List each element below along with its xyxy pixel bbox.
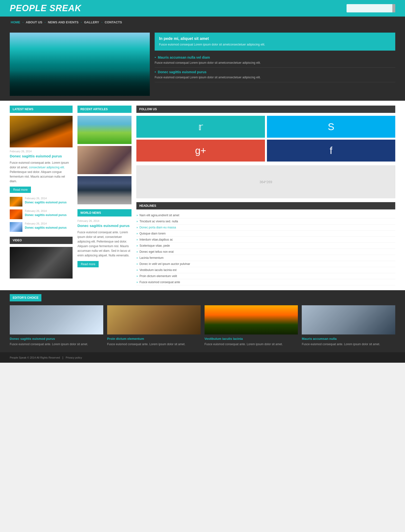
- headline-item-11: Proin dictum elementum velit: [136, 273, 395, 279]
- hero-image: [10, 33, 150, 96]
- header: PEOPLE SREAK 🔍: [0, 0, 405, 17]
- news-small-meta-1: February 26, 2014 Donec sagittis euismod…: [25, 197, 73, 207]
- editor-card-title-1: Donec sagittis euismod purus: [10, 337, 103, 341]
- editor-card-title-4: Mauris accumsan nulla: [302, 337, 395, 341]
- news-main-text: Fusce euismod consequat ante. Lorem ipsu…: [10, 161, 73, 184]
- news-small-meta-3: February 26, 2014 Donec sagittis euismod…: [25, 222, 73, 232]
- news-small-title-1: Donec sagittis euismod purus: [25, 201, 73, 205]
- news-main-title: Donec sagittis euismod purus: [10, 154, 73, 159]
- world-news-date: February 26, 2014: [77, 219, 132, 222]
- search-box: 🔍: [347, 4, 395, 12]
- editor-card-title-3: Vestibulum iaculis lacinia: [205, 337, 298, 341]
- nav-news[interactable]: NEWS AND EVENTS: [47, 20, 80, 24]
- read-more-button-1[interactable]: Read more: [10, 187, 31, 193]
- headline-item-1: Nam elit agna,endrerit sit amet: [136, 212, 395, 218]
- hero-item-1: Mauris accumsan nulla vel diam Fusce eui…: [155, 53, 395, 68]
- editor-card-text-2: Fusce euismod consequat ante. Lorem ipsu…: [107, 342, 201, 346]
- headline-item-3: Donec porta diam eu massa: [136, 225, 395, 231]
- news-small-meta-2: February 26, 2014 Donec sagittis euismod…: [25, 209, 73, 219]
- news-small-item-2: February 26, 2014 Donec sagittis euismod…: [10, 209, 73, 219]
- world-news-title: WORLD NEWS: [77, 209, 132, 216]
- hero-section: In pede mi, aliquet sit amet Fusce euism…: [0, 28, 405, 101]
- editor-card-3: Vestibulum iaculis lacinia Fusce euismod…: [205, 305, 298, 346]
- world-news-article-title: Donec sagittis euismod purus: [77, 223, 132, 228]
- news-main-date: February 26, 2014: [10, 150, 73, 153]
- editor-card-2: Proin dictum elementum Fusce euismod con…: [107, 305, 201, 346]
- hero-item-2-title: Donec sagittis euismod purus: [155, 70, 395, 74]
- article-img-1: [77, 116, 132, 144]
- news-small-list: February 26, 2014 Donec sagittis euismod…: [10, 197, 73, 232]
- follow-us-title: FOLLOW US: [136, 106, 395, 113]
- video-section: VIDEO: [10, 237, 73, 279]
- headline-item-8: Lacinia fermentum: [136, 255, 395, 261]
- editor-img-2: [107, 305, 201, 334]
- editor-card-text-4: Fusce euismod consequat ante. Lorem ipsu…: [302, 342, 395, 346]
- hero-item-1-title: Mauris accumsan nulla vel diam: [155, 55, 395, 59]
- headline-item-6: Scelerisque vitae, pede: [136, 243, 395, 249]
- editor-img-4: [302, 305, 395, 334]
- skype-button[interactable]: S: [267, 116, 396, 138]
- col-right: FOLLOW US 𝕣 S g+ f 364*269 HEADLINES Nam…: [136, 106, 395, 285]
- footer-copyright: People Speak © 2014 All Rights Reserved: [10, 356, 60, 359]
- twitter-button[interactable]: 𝕣: [136, 116, 265, 138]
- footer-separator: |: [62, 356, 63, 359]
- headline-item-4: Quisque diam lorem: [136, 231, 395, 237]
- search-input[interactable]: [347, 7, 392, 10]
- hero-highlight-text: Fusce euismod consequat Lorem ipsum dolo…: [159, 42, 391, 47]
- article-img-3: [77, 176, 132, 204]
- news-main-image: [10, 116, 73, 147]
- news-small-date-3: February 26, 2014: [25, 222, 73, 225]
- footer-privacy-link[interactable]: Privacy policy: [66, 356, 82, 359]
- editor-card-4: Mauris accumsan nulla Fusce euismod cons…: [302, 305, 395, 346]
- search-button[interactable]: 🔍: [392, 4, 395, 12]
- news-small-date-2: February 26, 2014: [25, 209, 73, 212]
- nav-home[interactable]: HOME: [10, 20, 21, 24]
- news-small-title-3: Donec sagittis euismod purus: [25, 226, 73, 230]
- editors-grid: Donec sagittis euismod purus Fusce euism…: [10, 305, 395, 346]
- editor-card-1: Donec sagittis euismod purus Fusce euism…: [10, 305, 103, 346]
- news-small-item-1: February 26, 2014 Donec sagittis euismod…: [10, 197, 73, 207]
- editors-choice-title: EDITOR'S CHOICE: [10, 294, 41, 301]
- nav-contacts[interactable]: CONTACTS: [104, 20, 123, 24]
- headline-item-10: Vestibulum iaculis lacinia est: [136, 267, 395, 273]
- editor-img-1: [10, 305, 103, 334]
- logo: PEOPLE SREAK: [10, 3, 81, 13]
- ad-banner: 364*269: [136, 165, 395, 198]
- nav-gallery[interactable]: GALLERY: [83, 20, 100, 24]
- nav-dot-2: •: [45, 21, 46, 23]
- nav-dot-3: •: [81, 21, 82, 23]
- read-more-button-2[interactable]: Read more: [77, 261, 99, 267]
- google-button[interactable]: g+: [136, 140, 265, 162]
- headline-item-9: Donec in velit vel ipsum auctor pulvinar: [136, 261, 395, 267]
- headline-item-12: Fusce euismod consequat ante: [136, 279, 395, 285]
- nav-dot-1: •: [23, 21, 23, 23]
- latest-news-title: LATEST NEWS: [10, 106, 73, 113]
- headlines-title: HEADLINES: [136, 202, 395, 209]
- news-small-date-1: February 26, 2014: [25, 197, 73, 200]
- hero-item-1-text: Fusce euismod consequat Lorem ipsum dolo…: [155, 61, 395, 65]
- article-img-2: [77, 146, 132, 174]
- col-articles: RECENT ARTICLES WORLD NEWS February 26, …: [77, 106, 132, 285]
- nav-about[interactable]: ABOUT US: [25, 20, 43, 24]
- editor-card-text-1: Fusce euismod consequat ante. Lorem ipsu…: [10, 342, 103, 346]
- footer: People Speak © 2014 All Rights Reserved …: [0, 352, 405, 363]
- news-thumb-1: [10, 197, 22, 207]
- news-thumb-2: [10, 209, 22, 219]
- world-news-text: Fusce euismod consequat ante. Lorem ipsu…: [77, 230, 132, 258]
- facebook-button[interactable]: f: [267, 140, 396, 162]
- nav-dot-4: •: [102, 21, 102, 23]
- video-image: [10, 247, 73, 279]
- editor-img-3: [205, 305, 298, 334]
- articles-grid: [77, 116, 132, 204]
- world-news-section: WORLD NEWS February 26, 2014 Donec sagit…: [77, 209, 132, 267]
- hero-highlight-title: In pede mi, aliquet sit amet: [159, 36, 391, 41]
- main-content: LATEST NEWS February 26, 2014 Donec sagi…: [0, 101, 405, 290]
- main-nav: HOME • ABOUT US • NEWS AND EVENTS • GALL…: [0, 17, 405, 28]
- headline-item-2: Tincidunt ac viverra sed. nulla: [136, 218, 395, 225]
- editor-card-title-2: Proin dictum elementum: [107, 337, 201, 341]
- video-title: VIDEO: [10, 237, 73, 244]
- news-thumb-3: [10, 222, 22, 232]
- hero-image-inner: [10, 33, 150, 96]
- recent-articles-title: RECENT ARTICLES: [77, 106, 132, 113]
- headline-item-7: Donec eget tellus non erat: [136, 249, 395, 255]
